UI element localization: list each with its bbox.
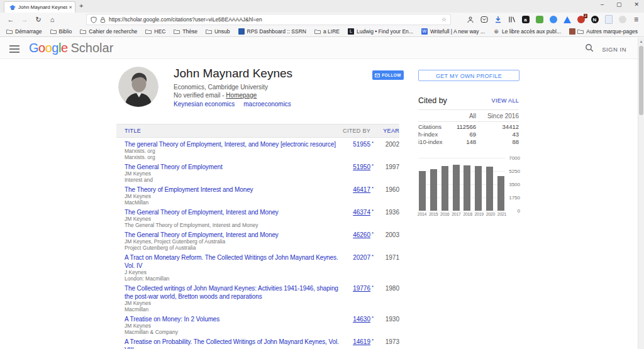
bookmark-item[interactable]: Cahier de recherche — [80, 28, 137, 35]
publication-title-link[interactable]: A Tract on Monetary Reform. The Collecte… — [116, 253, 340, 270]
metric-all: 148 — [450, 138, 476, 146]
chart-xtick-label: 2015 — [428, 212, 439, 216]
follow-button[interactable]: FOLLOW — [372, 70, 404, 80]
sign-in-button[interactable]: SIGN IN — [602, 46, 626, 53]
bookmark-item[interactable]: LLudwig • Find your En... — [348, 28, 413, 35]
metric-all: 69 — [450, 131, 476, 138]
extension-green-icon[interactable] — [534, 14, 545, 25]
publication-title-link[interactable]: A Treatise on Probability. The Collected… — [116, 338, 340, 349]
get-my-own-profile-button[interactable]: GET MY OWN PROFILE — [418, 70, 519, 81]
chart-xtick-label: 2018 — [462, 212, 474, 216]
bookmark-item[interactable]: Démarrage — [6, 28, 42, 35]
cited-by-count-link[interactable]: 19776 — [340, 284, 370, 313]
extension-disabled-icon[interactable] — [617, 14, 628, 25]
chart-bar[interactable] — [497, 176, 504, 211]
bookmark-item[interactable]: Thèse — [174, 28, 197, 35]
download-icon[interactable] — [492, 14, 503, 25]
publication-row: A Tract on Monetary Reform. The Collecte… — [116, 251, 399, 282]
home-button[interactable]: ⌂ — [45, 16, 59, 23]
extension-doc-icon[interactable] — [603, 14, 614, 25]
cited-by-count-link[interactable]: 14630 — [340, 315, 370, 335]
extension-a-icon[interactable]: a — [520, 14, 531, 25]
metric-label[interactable]: Citations — [418, 123, 450, 131]
cited-by-count-link[interactable]: 51950 — [340, 163, 370, 183]
sort-by-title[interactable]: TITLE — [116, 125, 340, 137]
merged-citations-asterisk: * — [370, 284, 379, 313]
bookmark-item[interactable]: host yo self — [569, 28, 577, 35]
reload-button[interactable]: ↻ — [31, 16, 45, 24]
bookmark-item[interactable]: Biblio — [50, 28, 72, 35]
chart-bar[interactable] — [453, 165, 460, 211]
cited-by-count-link[interactable]: 20207 — [340, 253, 370, 282]
new-tab-button[interactable]: + — [79, 2, 83, 9]
chart-bar[interactable] — [441, 166, 448, 211]
bookmark-item[interactable]: RPS Dashboard :: SSRN — [238, 28, 306, 35]
account-icon[interactable] — [465, 14, 475, 25]
chart-bar[interactable] — [486, 167, 493, 211]
homepage-link[interactable]: Homepage — [226, 92, 257, 99]
pocket-icon[interactable] — [479, 14, 489, 25]
bookmark-item[interactable]: a LIRE — [314, 28, 340, 35]
folder-icon — [577, 28, 584, 35]
forward-button[interactable]: → — [18, 16, 31, 23]
browser-tab[interactable]: John Maynard Keynes - Googl ✕ — [4, 1, 75, 13]
cited-by-count-link[interactable]: 51955 — [340, 140, 370, 160]
search-icon[interactable] — [585, 43, 594, 52]
bookmark-item[interactable]: Unsub — [206, 28, 230, 35]
bookmark-star-icon[interactable]: ☆ — [441, 16, 447, 23]
view-all-link[interactable]: VIEW ALL — [492, 97, 519, 104]
chart-bar[interactable] — [419, 171, 426, 211]
cited-by-count-link[interactable]: 14619 — [340, 338, 370, 349]
cited-by-count-link[interactable]: 46417 — [340, 186, 370, 206]
cited-by-count-link[interactable]: 46260 — [340, 231, 370, 251]
window-close-icon[interactable]: ✕ — [634, 1, 639, 8]
bookmark-item[interactable]: ⊕Le libre accès aux publ... — [493, 28, 561, 35]
extension-n-icon[interactable]: N — [589, 14, 600, 25]
chart-bar[interactable] — [464, 165, 470, 211]
lock-icon[interactable] — [100, 16, 106, 23]
scrollbar-up-icon[interactable]: ▴ — [638, 39, 644, 44]
logo-scholar: Scholar — [71, 41, 114, 55]
cited-by-count-link[interactable]: 46374 — [340, 208, 370, 228]
tracking-shield-icon[interactable] — [91, 16, 97, 23]
publication-authors: JM Keynes — [116, 194, 340, 200]
bookmark-item[interactable]: WWritefull | A new way ... — [421, 28, 485, 35]
back-button[interactable]: ← — [4, 16, 18, 23]
url-bar[interactable]: https://scholar.google.com/citations?use… — [87, 14, 450, 25]
chart-bar[interactable] — [475, 166, 482, 211]
publication-year: 2003 — [379, 231, 399, 251]
window-minimize-icon[interactable]: – — [601, 1, 604, 8]
scholar-logo[interactable]: GoogleScholar — [29, 41, 113, 55]
hamburger-menu-icon[interactable] — [9, 45, 19, 55]
merged-citations-asterisk: * — [370, 253, 379, 282]
other-bookmarks-button[interactable]: Autres marque-pages — [577, 28, 638, 35]
metric-since: 43 — [476, 131, 519, 138]
tab-close-icon[interactable]: ✕ — [69, 5, 72, 10]
publications-header: TITLE CITED BY YEAR — [116, 124, 399, 138]
col-all: All — [450, 113, 476, 119]
chart-bar[interactable] — [430, 169, 437, 211]
cited-by-header: Cited by VIEW ALL — [418, 96, 519, 105]
interest-label[interactable]: macroeconomics — [243, 101, 291, 108]
app-menu-icon[interactable]: ≡ — [631, 14, 641, 25]
url-text[interactable]: https://scholar.google.com/citations?use… — [109, 16, 441, 23]
metric-label[interactable]: i10-index — [418, 138, 450, 146]
interest-label[interactable]: Keynesian economics — [174, 101, 235, 108]
bookmark-item[interactable]: HEC — [145, 28, 165, 35]
extension-cloud-icon[interactable] — [548, 14, 558, 25]
sort-by-year[interactable]: YEAR — [379, 125, 399, 137]
extension-blocker-icon[interactable]: 2 — [575, 14, 586, 25]
library-icon[interactable] — [506, 14, 517, 25]
chart-ytick-label: 3500 — [505, 182, 520, 187]
window-maximize-icon[interactable]: ▢ — [616, 1, 622, 8]
scrollbar-thumb[interactable] — [639, 46, 643, 115]
tab-title: John Maynard Keynes - Googl — [18, 4, 67, 10]
merged-citations-asterisk: * — [370, 231, 379, 251]
page-scrollbar[interactable]: ▴ — [638, 38, 644, 349]
metric-label[interactable]: h-index — [418, 131, 450, 138]
folder-icon — [174, 28, 180, 35]
folder-icon — [50, 28, 57, 35]
publication-title-link[interactable]: The Collected writings of John Maynard K… — [116, 284, 340, 301]
metric-since: 34412 — [476, 123, 519, 131]
extension-plane-icon[interactable] — [562, 14, 572, 25]
